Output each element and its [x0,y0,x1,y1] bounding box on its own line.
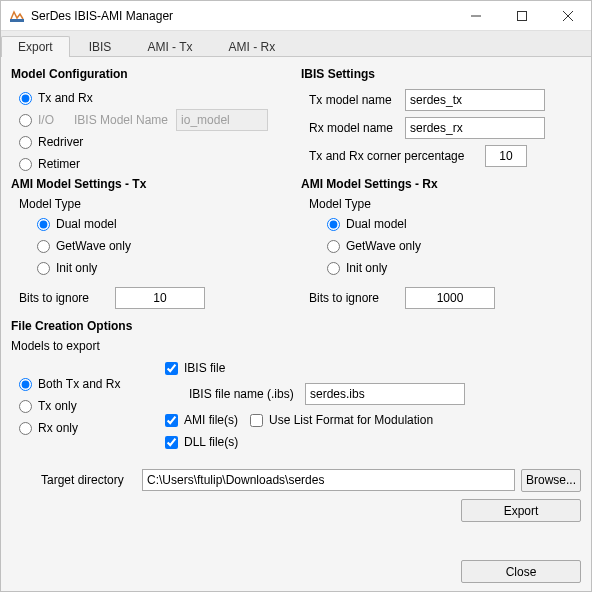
chk-ami-files-input[interactable] [165,414,178,427]
radio-both-label: Both Tx and Rx [38,377,121,391]
ibis-settings-title: IBIS Settings [301,67,581,81]
radio-redriver-label: Redriver [38,135,83,149]
radio-rx-getwave-label: GetWave only [346,239,421,253]
tx-bits-input[interactable] [115,287,205,309]
radio-rx-only-input[interactable] [19,422,32,435]
radio-tx-getwave-input[interactable] [37,240,50,253]
ami-rx-model-type: Model Type [309,197,581,211]
ibis-filename-input[interactable] [305,383,465,405]
ami-tx-model-type: Model Type [19,197,291,211]
close-dialog-button[interactable]: Close [461,560,581,583]
models-to-export-label: Models to export [11,339,581,353]
radio-tx-rx-label: Tx and Rx [38,91,93,105]
chk-dll-files[interactable]: DLL file(s) [165,431,581,453]
radio-rx-dual-label: Dual model [346,217,407,231]
svg-rect-1 [10,19,24,22]
radio-rx-dual[interactable]: Dual model [327,213,581,235]
ibis-model-name-input [176,109,268,131]
radio-rx-dual-input[interactable] [327,218,340,231]
chk-use-list-label: Use List Format for Modulation [269,413,433,427]
ami-tx-title: AMI Model Settings - Tx [11,177,291,191]
browse-button[interactable]: Browse... [521,469,581,492]
radio-tx-init[interactable]: Init only [37,257,291,279]
window-controls [453,1,591,31]
chk-dll-files-label: DLL file(s) [184,435,238,449]
radio-tx-rx-input[interactable] [19,92,32,105]
radio-tx-init-label: Init only [56,261,97,275]
radio-tx-getwave-label: GetWave only [56,239,131,253]
radio-tx-getwave[interactable]: GetWave only [37,235,291,257]
radio-tx-dual-label: Dual model [56,217,117,231]
chk-ibis-file-label: IBIS file [184,361,225,375]
radio-retimer[interactable]: Retimer [19,153,291,175]
radio-retimer-input[interactable] [19,158,32,171]
radio-rx-getwave-input[interactable] [327,240,340,253]
tx-model-name-input[interactable] [405,89,545,111]
content: Model Configuration Tx and Rx I/O IBIS M… [1,57,591,554]
tx-bits-label: Bits to ignore [19,291,109,305]
export-button[interactable]: Export [461,499,581,522]
window: SerDes IBIS-AMI Manager Export IBIS AMI … [0,0,592,592]
radio-tx-only-input[interactable] [19,400,32,413]
maximize-button[interactable] [499,1,545,31]
rx-model-name-input[interactable] [405,117,545,139]
tx-model-name-label: Tx model name [309,93,399,107]
chk-use-list-input[interactable] [250,414,263,427]
minimize-button[interactable] [453,1,499,31]
radio-rx-init-input[interactable] [327,262,340,275]
radio-redriver-input[interactable] [19,136,32,149]
radio-rx-init[interactable]: Init only [327,257,581,279]
chk-ibis-file[interactable]: IBIS file [165,357,581,379]
footer: Close [1,554,591,591]
radio-tx-only-label: Tx only [38,399,77,413]
chk-ibis-file-input[interactable] [165,362,178,375]
ibis-filename-label: IBIS file name (.ibs) [189,387,299,401]
radio-rx-only[interactable]: Rx only [19,417,161,439]
corner-pct-input[interactable] [485,145,527,167]
tab-ibis[interactable]: IBIS [72,36,129,57]
ami-rx-title: AMI Model Settings - Rx [301,177,581,191]
corner-pct-label: Tx and Rx corner percentage [309,149,479,163]
chk-ami-files-label: AMI file(s) [184,413,238,427]
target-dir-label: Target directory [41,473,136,487]
radio-tx-only[interactable]: Tx only [19,395,161,417]
app-icon [9,8,25,24]
radio-rx-init-label: Init only [346,261,387,275]
radio-rx-getwave[interactable]: GetWave only [327,235,581,257]
titlebar: SerDes IBIS-AMI Manager [1,1,591,31]
radio-io-label: I/O [38,113,66,127]
window-title: SerDes IBIS-AMI Manager [31,9,453,23]
chk-ami-files-row: AMI file(s) Use List Format for Modulati… [165,409,581,431]
radio-both-input[interactable] [19,378,32,391]
radio-redriver[interactable]: Redriver [19,131,291,153]
radio-tx-dual[interactable]: Dual model [37,213,291,235]
svg-rect-3 [518,11,527,20]
tab-ami-tx[interactable]: AMI - Tx [130,36,209,57]
target-dir-input[interactable] [142,469,515,491]
radio-io-input[interactable] [19,114,32,127]
rx-bits-label: Bits to ignore [309,291,399,305]
radio-tx-init-input[interactable] [37,262,50,275]
model-config-title: Model Configuration [11,67,291,81]
radio-retimer-label: Retimer [38,157,80,171]
radio-both-tx-rx[interactable]: Both Tx and Rx [19,373,161,395]
ibis-model-name-label: IBIS Model Name [74,113,168,127]
tab-ami-rx[interactable]: AMI - Rx [212,36,293,57]
radio-io[interactable]: I/O IBIS Model Name [19,109,291,131]
rx-bits-input[interactable] [405,287,495,309]
radio-rx-only-label: Rx only [38,421,78,435]
tab-export[interactable]: Export [1,36,70,57]
rx-model-name-label: Rx model name [309,121,399,135]
file-creation-title: File Creation Options [11,319,581,333]
close-button[interactable] [545,1,591,31]
radio-tx-rx[interactable]: Tx and Rx [19,87,291,109]
radio-tx-dual-input[interactable] [37,218,50,231]
tab-bar: Export IBIS AMI - Tx AMI - Rx [1,31,591,57]
chk-dll-files-input[interactable] [165,436,178,449]
